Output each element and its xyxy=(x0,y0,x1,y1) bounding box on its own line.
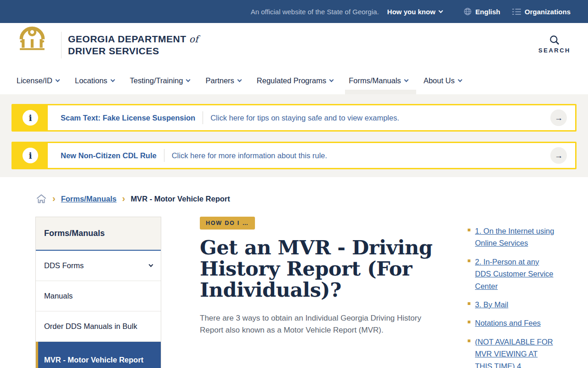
alert-title: Scam Text: Fake License Suspension xyxy=(61,114,195,122)
official-website-text: An official website of the State of Geor… xyxy=(251,8,379,16)
section-menu-title: Forms/Manuals xyxy=(36,217,161,251)
alert-accent: i xyxy=(13,105,48,130)
nav-item-license-id[interactable]: License/ID xyxy=(17,67,59,94)
alert-description: Click here for more information about th… xyxy=(172,151,327,160)
chevron-down-icon xyxy=(186,77,191,82)
bullet-icon xyxy=(468,321,470,323)
toc-item: Notations and Fees xyxy=(468,317,556,329)
alert-title: New Non-Citizen CDL Rule xyxy=(61,151,157,160)
nav-item-partners[interactable]: Partners xyxy=(205,67,241,94)
sidebar-item-mvr-motor-vehicle-report[interactable]: MVR - Motor Vehicle Report xyxy=(36,342,161,368)
breadcrumb-link-forms-manuals[interactable]: Forms/Manuals xyxy=(61,195,117,203)
search-label: SEARCH xyxy=(538,47,571,54)
nav-label: Testing/Training xyxy=(130,76,183,85)
content-area: Forms/Manuals DDS Forms Manuals Order DD… xyxy=(0,204,588,368)
sidebar-item-label: Order DDS Manuals in Bulk xyxy=(44,322,137,331)
sidebar-item-label: DDS Forms xyxy=(44,261,84,270)
brand-line2: DRIVER SERVICES xyxy=(68,45,198,57)
organizations-menu[interactable]: Organizations xyxy=(512,8,571,16)
breadcrumb-separator: › xyxy=(52,194,56,203)
brand-title: GEORGIA DEPARTMENT of DRIVER SERVICES xyxy=(61,32,198,58)
nav-label: About Us xyxy=(424,76,455,85)
bullet-icon xyxy=(468,302,470,305)
nav-item-testing-training[interactable]: Testing/Training xyxy=(130,67,190,94)
chevron-down-icon xyxy=(56,77,60,82)
nav-label: Forms/Manuals xyxy=(349,76,401,85)
how-you-know-label: How you know xyxy=(387,8,435,16)
toc-item: 2. In-Person at any DDS Customer Service… xyxy=(468,256,556,292)
nav-item-forms-manuals[interactable]: Forms/Manuals xyxy=(349,67,408,94)
toc-link-internet[interactable]: 1. On the Internet using Online Services xyxy=(475,225,556,249)
toc-link-notations-and-fees[interactable]: Notations and Fees xyxy=(475,317,541,329)
breadcrumb: › Forms/Manuals › MVR - Motor Vehicle Re… xyxy=(0,177,588,204)
alert-divider xyxy=(164,149,164,162)
how-do-i-badge[interactable]: HOW DO I … xyxy=(200,217,255,230)
toc-link-in-person[interactable]: 2. In-Person at any DDS Customer Service… xyxy=(475,256,556,292)
bullet-icon xyxy=(468,339,470,342)
intro-paragraph: There are 3 ways to obtain an Individual… xyxy=(200,312,432,337)
how-you-know-button[interactable]: How you know xyxy=(387,8,442,16)
chevron-down-icon xyxy=(438,8,443,13)
alert-description: Click here for tips on staying safe and … xyxy=(210,114,399,122)
nav-label: Regulated Programs xyxy=(257,76,326,85)
toc-item: 1. On the Internet using Online Services xyxy=(468,225,556,249)
list-icon xyxy=(512,8,521,15)
chevron-down-icon xyxy=(110,77,115,82)
page-title: Get an MVR - Driving History Report (For… xyxy=(200,237,436,300)
toc-item: (NOT AVAILABLE FOR MVR VIEWING AT THIS T… xyxy=(468,336,556,368)
home-link[interactable] xyxy=(36,194,47,204)
chevron-down-icon xyxy=(237,77,242,82)
breadcrumb-separator: › xyxy=(122,194,125,203)
info-icon: i xyxy=(23,148,38,163)
search-button[interactable]: SEARCH xyxy=(538,34,571,54)
article: HOW DO I … Get an MVR - Driving History … xyxy=(200,217,436,337)
globe-icon xyxy=(464,7,472,16)
language-menu[interactable]: English xyxy=(464,7,500,16)
nav-item-locations[interactable]: Locations xyxy=(75,67,114,94)
alert-band: i Scam Text: Fake License Suspension Cli… xyxy=(0,94,588,177)
alert-banner-scam-text[interactable]: i Scam Text: Fake License Suspension Cli… xyxy=(11,104,577,132)
nav-item-about-us[interactable]: About Us xyxy=(424,67,462,94)
arrow-right-icon[interactable]: → xyxy=(550,147,567,164)
sidebar-item-manuals[interactable]: Manuals xyxy=(36,281,161,311)
organizations-label: Organizations xyxy=(525,8,571,16)
sidebar-item-dds-forms[interactable]: DDS Forms xyxy=(36,251,161,281)
search-icon xyxy=(548,34,560,46)
sidebar-item-label: Manuals xyxy=(44,292,73,300)
brand-line1: GEORGIA DEPARTMENT xyxy=(68,34,187,44)
alert-divider xyxy=(203,111,203,124)
alert-banner-cdl-rule[interactable]: i New Non-Citizen CDL Rule Click here fo… xyxy=(11,142,577,169)
alert-accent: i xyxy=(13,143,48,168)
nav-label: Locations xyxy=(75,76,107,85)
section-menu: Forms/Manuals DDS Forms Manuals Order DD… xyxy=(35,217,161,368)
chevron-down-icon xyxy=(149,263,153,267)
bullet-icon xyxy=(468,229,470,231)
nav-label: Partners xyxy=(205,76,234,85)
toc-link-not-available[interactable]: (NOT AVAILABLE FOR MVR VIEWING AT THIS T… xyxy=(475,336,556,368)
info-icon: i xyxy=(23,110,38,126)
language-label: English xyxy=(475,8,500,16)
brand-of: of xyxy=(189,34,198,45)
nav-item-regulated-programs[interactable]: Regulated Programs xyxy=(257,67,333,94)
state-topbar: An official website of the State of Geor… xyxy=(0,0,588,23)
breadcrumb-current: MVR - Motor Vehicle Report xyxy=(130,195,230,203)
page-toc: 1. On the Internet using Online Services… xyxy=(468,225,556,368)
chevron-down-icon xyxy=(329,77,334,82)
georgia-arch-icon xyxy=(17,22,47,52)
main-navigation: License/ID Locations Testing/Training Pa… xyxy=(0,67,588,94)
arrow-right-icon[interactable]: → xyxy=(550,109,567,126)
nav-label: License/ID xyxy=(17,76,52,85)
toc-item: 3. By Mail xyxy=(468,299,556,310)
home-icon xyxy=(36,194,47,204)
site-header: GEORGIA DEPARTMENT of DRIVER SERVICES SE… xyxy=(0,23,588,67)
chevron-down-icon xyxy=(458,77,462,82)
chevron-down-icon xyxy=(404,77,408,82)
sidebar-item-label: MVR - Motor Vehicle Report xyxy=(44,356,143,364)
toc-link-by-mail[interactable]: 3. By Mail xyxy=(475,299,508,310)
sidebar-item-order-dds-manuals-in-bulk[interactable]: Order DDS Manuals in Bulk xyxy=(36,311,161,342)
bullet-icon xyxy=(468,259,470,262)
